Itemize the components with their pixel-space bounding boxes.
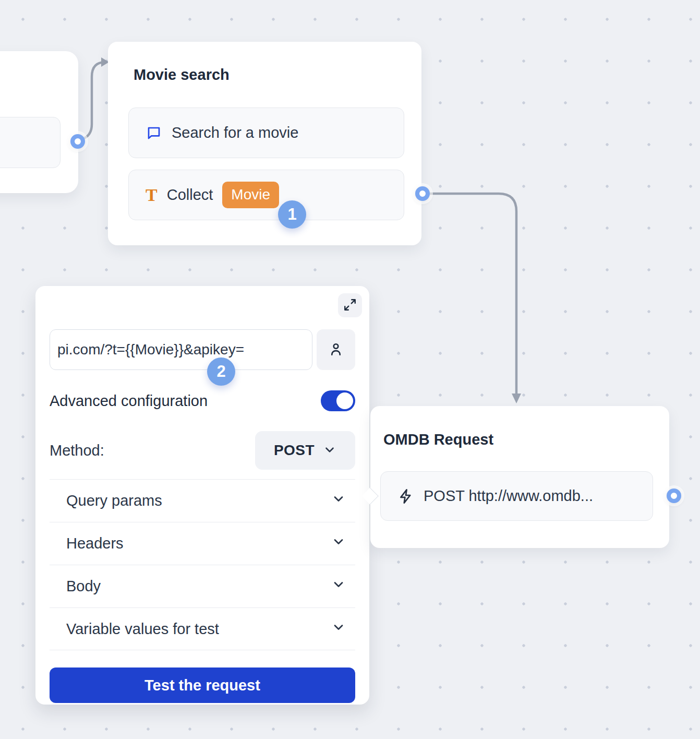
request-config-panel: Advanced configuration Method: POST Quer… [35,286,369,705]
node-title: Movie search [134,66,230,84]
advanced-configuration-label: Advanced configuration [50,392,208,410]
node-row-collect-movie[interactable]: T Collect Movie [128,170,404,220]
step-badge-1: 1 [278,200,306,229]
section-headers[interactable]: Headers [50,522,355,565]
node-title: OMDB Request [383,431,493,448]
chevron-down-icon [331,620,346,638]
connector-dot-partial-output[interactable] [70,134,85,149]
method-value: POST [274,442,315,459]
url-row [50,329,355,370]
advanced-configuration-row: Advanced configuration [50,390,355,412]
node-row-label: POST http://www.omdb... [424,487,593,505]
expand-icon [343,298,357,313]
user-icon [328,341,344,359]
edge-partial-to-movie-search [84,62,105,138]
advanced-configuration-toggle[interactable] [321,390,355,411]
collapsible-sections: Query params Headers Body [50,479,355,650]
node-row-label: Collect [167,186,213,204]
edge-movie-search-to-omdb [429,194,516,395]
flow-canvas: Movie search Search for a movie T Collec… [0,0,700,739]
chevron-down-icon [323,443,336,458]
section-query-params[interactable]: Query params [50,479,355,522]
url-input[interactable] [50,329,312,370]
section-label: Headers [66,535,124,552]
connector-dot-omdb-output[interactable] [667,488,681,503]
text-icon: T [146,186,158,204]
method-row: Method: POST [50,431,355,470]
section-label: Body [66,578,101,595]
user-variable-button[interactable] [317,329,355,370]
node-partial-row[interactable] [0,117,61,168]
expand-button[interactable] [338,293,362,317]
section-variable-values[interactable]: Variable values for test [50,607,355,650]
edge-arrowhead-down [512,394,521,403]
node-omdb-request[interactable]: OMDB Request POST http://www.omdb... [370,406,669,548]
method-label: Method: [50,442,104,459]
node-movie-search[interactable]: Movie search Search for a movie T Collec… [108,42,421,245]
variable-badge[interactable]: Movie [222,182,279,208]
method-select[interactable]: POST [255,431,355,470]
node-partial[interactable] [0,51,78,193]
node-row-post-request[interactable]: POST http://www.omdb... [380,471,653,521]
node-row-label: Search for a movie [172,124,298,141]
connector-dot-movie-search-output[interactable] [415,186,430,201]
node-row-search-for-movie[interactable]: Search for a movie [128,108,404,158]
lightning-icon [397,488,414,505]
toggle-knob [336,392,353,409]
chevron-down-icon [331,577,346,595]
section-label: Query params [66,492,162,509]
section-body[interactable]: Body [50,565,355,607]
section-label: Variable values for test [66,621,219,638]
chat-bubble-icon [146,125,162,141]
test-request-button[interactable]: Test the request [50,668,355,703]
step-badge-2: 2 [207,357,235,386]
chevron-down-icon [331,534,346,553]
chevron-down-icon [331,492,346,510]
